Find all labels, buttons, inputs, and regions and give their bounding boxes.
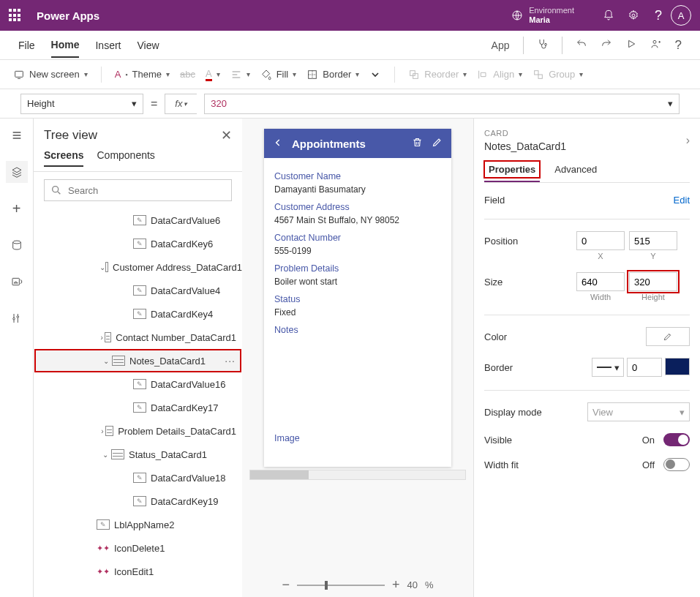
width-input[interactable] (576, 272, 625, 291)
layers-icon (11, 166, 23, 178)
close-tree-button[interactable]: ✕ (221, 127, 232, 143)
field-heading: Customer Address (274, 200, 441, 214)
insert-button[interactable]: + (6, 198, 28, 219)
visible-toggle[interactable] (663, 433, 690, 446)
tree-item-label: DataCardValue18 (151, 473, 225, 484)
back-button[interactable] (273, 138, 283, 150)
display-mode-select[interactable]: View▾ (587, 402, 690, 421)
zoom-out-button[interactable]: − (282, 577, 290, 593)
canvas-scrollbar[interactable] (249, 470, 466, 480)
menu-home[interactable]: Home (51, 33, 80, 58)
tree-item-label: DataCardKey19 (151, 496, 219, 507)
menu-file[interactable]: File (18, 34, 35, 57)
tab-advanced[interactable]: Advanced (553, 161, 598, 182)
app-checker-button[interactable] (537, 38, 549, 52)
environment-label: Environment (529, 6, 574, 15)
media-button[interactable] (6, 271, 28, 293)
tree-item[interactable]: ✎DataCardKey4 (34, 302, 242, 326)
tree-item[interactable]: ✦✦IconDelete1 (34, 536, 242, 560)
align-icon (230, 69, 242, 80)
expand-props-button[interactable]: › (686, 134, 690, 147)
color-picker[interactable] (646, 327, 690, 346)
tree-search[interactable] (44, 179, 232, 201)
zoom-slider[interactable] (297, 585, 385, 586)
tree-item[interactable]: ⌄Status_DataCard1 (34, 443, 242, 466)
edit-field-link[interactable]: Edit (674, 195, 690, 206)
field-value: 4567 Main St Buffalo, NY 98052 (274, 214, 441, 227)
color-label: Color (484, 331, 572, 342)
undo-button[interactable] (576, 38, 587, 52)
data-button[interactable] (6, 234, 28, 256)
tree-item[interactable]: ✎DataCardValue4 (34, 279, 242, 302)
search-input[interactable] (68, 185, 225, 196)
notifications-button[interactable] (596, 3, 621, 28)
x-sublabel: X (576, 252, 625, 260)
tree-item[interactable]: ✎DataCardValue6 (34, 209, 242, 232)
expand-formula-button[interactable] (369, 69, 381, 80)
align-button: Align▾ (477, 69, 522, 80)
field-icon: ✎ (133, 215, 146, 225)
tree-item[interactable]: ✎DataCardKey6 (34, 232, 242, 255)
position-x-input[interactable] (576, 231, 625, 250)
help-button[interactable]: ? (646, 3, 671, 28)
tab-components[interactable]: Components (97, 149, 154, 167)
zoom-in-button[interactable]: + (392, 577, 400, 593)
border-width-input[interactable] (627, 358, 662, 377)
border-color-picker[interactable] (665, 358, 690, 375)
menu-app[interactable]: App (492, 34, 510, 57)
theme-button[interactable]: A▪ Theme▾ (115, 69, 170, 80)
tree-item[interactable]: ✎DataCardKey19 (34, 489, 242, 513)
reorder-icon (408, 69, 420, 80)
font-color-icon: A (206, 68, 212, 81)
tree-item[interactable]: ✎DataCardValue16 (34, 372, 242, 396)
gear-icon (628, 10, 639, 21)
share-button[interactable] (650, 38, 662, 52)
tree-item[interactable]: ✦✦IconEdit1 (34, 560, 242, 583)
tree-item-label: DataCardKey6 (151, 239, 213, 249)
tree-view-title: Tree view (44, 128, 97, 143)
position-y-input[interactable] (629, 231, 677, 250)
chevron-down-icon: ▾ (668, 98, 673, 109)
redo-button[interactable] (601, 38, 612, 52)
help-button-2[interactable]: ? (675, 38, 682, 53)
settings-button[interactable] (621, 3, 646, 28)
field-icon: ✎ (133, 285, 146, 296)
tab-screens[interactable]: Screens (44, 149, 83, 167)
border-button[interactable]: Border▾ (306, 69, 359, 80)
new-screen-button[interactable]: New screen▾ (13, 69, 88, 80)
card-icon (111, 449, 124, 459)
more-button[interactable]: ··· (225, 355, 236, 367)
tree-item[interactable]: ›Contact Number_DataCard1 (34, 326, 242, 349)
user-avatar[interactable]: A (671, 5, 691, 26)
widthfit-toggle[interactable] (663, 458, 690, 471)
app-canvas[interactable]: Appointments Customer NameDamayanti Basu… (264, 129, 451, 467)
formula-input[interactable]: 320 ▾ (204, 94, 680, 114)
menu-view[interactable]: View (137, 34, 159, 57)
menu-insert[interactable]: Insert (95, 34, 121, 57)
tab-properties[interactable]: Properties (484, 161, 540, 182)
fx-button[interactable]: fx▾ (165, 94, 197, 114)
tree-item[interactable]: ✎LblAppName2 (34, 513, 242, 536)
tree-item[interactable]: ⌄Notes_DataCard1··· (34, 349, 241, 372)
environment-picker[interactable]: Environment Maria (511, 6, 574, 25)
card-icon (105, 332, 112, 342)
play-icon (625, 38, 637, 50)
plus-icon: + (12, 200, 21, 217)
tree-item[interactable]: ✎DataCardValue18 (34, 466, 242, 489)
field-icon: ✎ (133, 239, 146, 249)
app-launcher-icon[interactable] (9, 9, 22, 22)
hamburger-button[interactable] (6, 124, 28, 146)
play-button[interactable] (625, 38, 637, 52)
property-selector[interactable]: Height ▾ (20, 94, 143, 114)
tree-item[interactable]: ›Problem Details_DataCard1 (34, 419, 242, 443)
delete-button[interactable] (412, 137, 423, 150)
edit-button[interactable] (432, 137, 443, 150)
tree-item[interactable]: ⌄Customer Address_DataCard1 (34, 255, 242, 279)
border-style-picker[interactable]: ▾ (592, 358, 624, 377)
tools-button[interactable] (6, 307, 28, 329)
fill-button[interactable]: Fill▾ (260, 69, 297, 80)
tree-item[interactable]: ✎DataCardKey17 (34, 396, 242, 419)
tree-view-button[interactable] (6, 161, 28, 183)
height-input[interactable] (629, 272, 677, 291)
field-label: Field (484, 195, 572, 206)
